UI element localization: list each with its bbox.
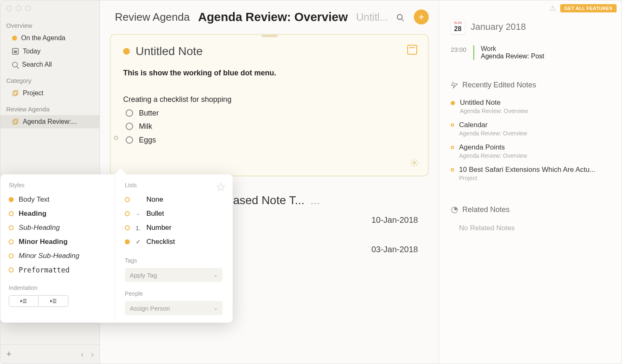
sidebar-section-category: Category [0,71,100,87]
list-prefix-icon: - [135,210,141,217]
nav-back-button[interactable]: ‹ [81,350,84,359]
breadcrumb-prev[interactable]: Review Agenda [115,11,190,24]
recent-note-item[interactable]: CalendarAgenda Review: Overview [451,118,610,140]
list-prefix-icon: ✓ [135,238,141,246]
note-settings-button[interactable] [410,158,419,169]
list-none[interactable]: None [125,193,223,207]
note-card[interactable]: Untitled Note This is show the working o… [110,34,429,176]
checkbox-icon[interactable] [126,136,133,144]
checklist-item[interactable]: Milk [126,120,415,133]
agenda-dot-icon [12,36,17,41]
sidebar-section-review-agenda: Review Agenda [0,100,100,115]
event-title: Work [481,45,544,53]
style-body-text[interactable]: Body Text [9,193,106,207]
sidebar-section-overview: Overview [0,16,100,31]
radio-selected-icon [9,197,14,202]
event-sub: Agenda Review: Post [481,53,544,60]
sidebar-item-agenda-review[interactable]: Agenda Review:... [0,115,100,128]
style-minor-sub-heading[interactable]: Minor Sub-Heading [9,249,106,263]
calendar-event[interactable]: 23:00 Work Agenda Review: Post [451,45,610,60]
recent-note-item[interactable]: Agenda PointsAgenda Review: Overview [451,140,610,162]
radio-icon [9,253,14,258]
right-panel: ⚠︎ GET ALL FEATURES SUN 28 January 2018 … [439,0,622,364]
favorite-star-icon[interactable]: ☆ [216,180,226,194]
sidebar-item-search-all[interactable]: Search All [0,58,100,71]
breadcrumb: Review Agenda Agenda Review: Overview Un… [110,0,429,30]
assign-person-select[interactable]: Assign Person ⌄ [125,301,223,315]
warning-icon[interactable]: ⚠︎ [549,4,556,13]
note-dot-icon [451,168,454,171]
gutter-dot-icon[interactable] [114,136,118,140]
breadcrumb-current: Agenda Review: Overview [198,10,348,24]
note-body[interactable]: This is show the working of blue dot men… [123,66,415,147]
style-preformatted[interactable]: Preformatted [9,263,106,277]
calendar-badge-icon: SUN 28 [451,19,465,34]
svg-point-4 [413,162,415,164]
list-bullet[interactable]: - Bullet [125,207,223,221]
agenda-dot-icon[interactable] [123,48,130,55]
zoom-icon[interactable] [25,5,31,11]
style-heading[interactable]: Heading [9,207,106,221]
checklist-label: Eggs [139,133,156,147]
drag-handle-icon[interactable] [261,35,278,37]
related-notes-empty: No Related Notes [459,224,610,232]
more-icon[interactable]: ... [310,194,320,207]
sidebar-item-project[interactable]: Project [0,87,100,100]
checkbox-icon[interactable] [126,123,133,130]
sidebar-item-label: Agenda Review:... [23,118,77,125]
note-title[interactable]: Untitled Note [136,45,203,58]
style-sub-heading[interactable]: Sub-Heading [9,221,106,235]
plus-icon: + [418,11,424,23]
sidebar-item-today[interactable]: Today [0,45,100,58]
calendar-icon[interactable] [407,45,417,55]
calendar-header[interactable]: SUN 28 January 2018 [451,19,610,34]
radio-icon [9,239,14,244]
note-dot-icon [451,101,455,105]
checkbox-icon[interactable] [126,109,133,117]
note-dot-icon [451,123,454,127]
style-minor-heading[interactable]: Minor Heading [9,235,106,249]
checklist-item[interactable]: Eggs [126,133,415,147]
svg-point-6 [454,207,457,210]
radio-selected-icon [125,239,130,244]
get-features-button[interactable]: GET ALL FEATURES [560,4,617,12]
list-number[interactable]: 1. Number [125,221,223,235]
new-note-button[interactable]: + [414,10,429,24]
outdent-button[interactable] [9,295,39,307]
sidebar-item-label: On the Agenda [21,34,66,42]
sidebar-footer: + ‹ › [0,344,100,364]
project-icon [12,90,19,96]
apply-tag-select[interactable]: Apply Tag ⌄ [125,268,223,282]
recent-note-item[interactable]: Untitled NoteAgenda Review: Overview [451,95,610,118]
chevron-down-icon: ⌄ [214,272,218,278]
minimize-icon[interactable] [16,5,22,11]
radio-icon [9,211,14,216]
cal-num: 28 [451,25,464,33]
svg-rect-2 [13,120,17,124]
svg-rect-3 [14,119,18,123]
svg-rect-0 [13,92,17,96]
close-icon[interactable] [6,5,12,11]
svg-rect-1 [14,91,18,95]
indentation-heading: Indentation [9,284,106,291]
list-checklist[interactable]: ✓ Checklist [125,235,223,249]
nav-forward-button[interactable]: › [91,350,94,359]
add-project-button[interactable]: + [6,349,12,359]
radio-icon [125,197,130,202]
sidebar-item-label: Today [23,48,41,55]
note-line: This is show the working of blue dot men… [123,69,276,77]
breadcrumb-next[interactable]: Untitl... [356,11,389,23]
radio-icon [125,211,130,216]
project-icon [12,118,19,125]
sidebar-item-on-the-agenda[interactable]: On the Agenda [0,31,100,45]
recent-note-item[interactable]: 10 Best Safari Extensions Which Are Actu… [451,162,610,185]
event-time: 23:00 [451,45,466,60]
search-button[interactable] [391,9,408,25]
calendar-month: January 2018 [471,22,526,32]
checklist-item[interactable]: Butter [126,106,415,120]
note-line: Creating a checklist for shopping [123,93,415,106]
cal-day: SUN [451,20,464,25]
lists-heading: Lists [125,182,223,188]
search-icon [397,14,403,20]
indent-button[interactable] [39,295,68,307]
